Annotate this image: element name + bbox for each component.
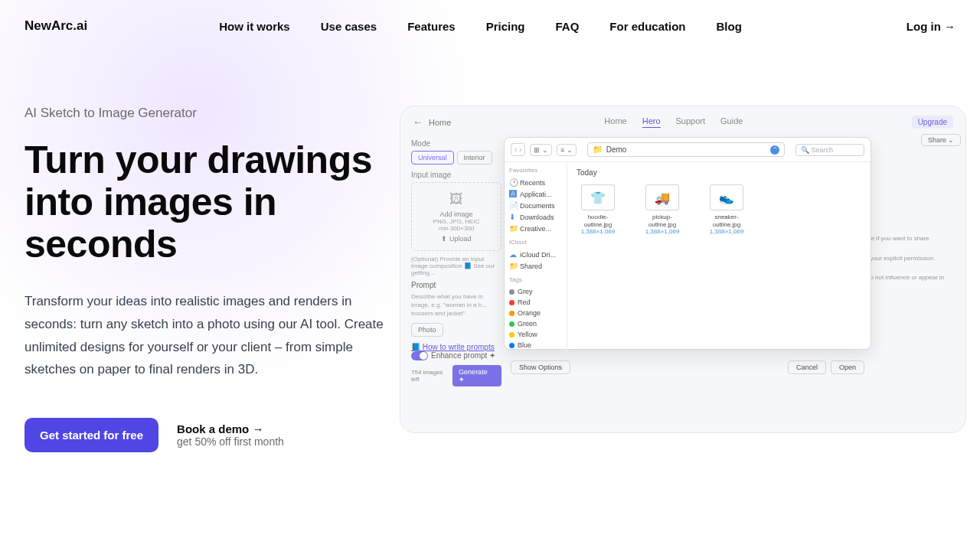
clock-icon: 🕐 bbox=[509, 178, 517, 187]
file-name: sneaker-outline.jpg bbox=[705, 214, 748, 228]
upload-dropzone: 🖼 Add image PNG, JPG, HEIC min 300×300 ⬆… bbox=[411, 182, 501, 251]
prompt-label: Prompt bbox=[411, 281, 501, 289]
hero-eyebrow: AI Sketch to Image Generator bbox=[24, 106, 384, 121]
folder-icon: 📁 bbox=[509, 224, 517, 233]
nav-use-cases[interactable]: Use cases bbox=[321, 20, 377, 33]
prompt-hint: Describe what you have in image, e.g. "w… bbox=[411, 292, 501, 318]
optional-text: (Optional) Provide an input image compos… bbox=[411, 256, 501, 276]
generate-button: Generate ✦ bbox=[452, 365, 501, 386]
folder-expand-icon: ⌃ bbox=[770, 145, 779, 155]
hero-description: Transform your ideas into realistic imag… bbox=[24, 290, 384, 381]
mode-interior: Interior bbox=[457, 151, 492, 165]
tag-green: Green bbox=[509, 318, 562, 329]
preview-tab-home: Home bbox=[604, 116, 626, 128]
cloud-icon: ☁ bbox=[509, 250, 517, 259]
pickup-thumbnail: 🚚 bbox=[645, 184, 679, 210]
home-breadcrumb: Home bbox=[429, 118, 451, 127]
sidebar-downloads: ⬇Downloads bbox=[509, 211, 562, 223]
file-sneaker: 👟 sneaker-outline.jpg 1,388×1,069 bbox=[705, 184, 748, 235]
demo-subtitle: get 50% off first month bbox=[177, 435, 284, 448]
get-started-button[interactable]: Get started for free bbox=[24, 418, 158, 452]
add-image-text: Add image bbox=[439, 210, 472, 218]
preview-tab-hero: Hero bbox=[642, 116, 661, 128]
hero-title: Turn your drawings into images in second… bbox=[24, 139, 384, 266]
document-icon: 📄 bbox=[509, 201, 517, 210]
download-icon: ⬇ bbox=[509, 213, 517, 221]
file-dims: 1,388×1,069 bbox=[710, 228, 744, 235]
image-icon: 🖼 bbox=[449, 191, 463, 207]
upload-link: ⬆ Upload bbox=[441, 235, 471, 243]
min-size-text: min 300×300 bbox=[439, 225, 474, 232]
photo-pill: Photo bbox=[411, 323, 443, 337]
sidebar-creative: 📁Creative... bbox=[509, 223, 562, 234]
how-to-prompts-link: 📘 How to write prompts bbox=[411, 343, 501, 351]
finder-nav-arrows: ‹ › bbox=[511, 143, 525, 156]
preview-right-text: hoice if you want to share out your expl… bbox=[860, 234, 952, 283]
shared-icon: 📁 bbox=[509, 262, 517, 270]
tag-yellow: Yellow bbox=[509, 329, 562, 340]
enhance-label: Enhance prompt ✦ bbox=[431, 351, 495, 360]
tag-blue: Blue bbox=[509, 340, 562, 350]
nav-how-it-works[interactable]: How it works bbox=[219, 20, 290, 33]
file-name: pickup-outline.jpg bbox=[641, 214, 684, 228]
mode-label: Mode bbox=[411, 139, 501, 148]
back-arrow-icon: ← bbox=[413, 116, 423, 128]
book-demo-link[interactable]: Book a demo → get 50% off first month bbox=[177, 422, 284, 448]
view-list-icon: ≡ ⌄ bbox=[557, 144, 577, 156]
hoodie-thumbnail: 👕 bbox=[581, 184, 615, 210]
open-button: Open bbox=[831, 360, 864, 374]
sidebar-recents: 🕐Recents bbox=[509, 177, 562, 188]
nav-features[interactable]: Features bbox=[407, 20, 456, 33]
app-preview: ← Home Home Hero Support Guide Upgrade S… bbox=[400, 106, 966, 433]
file-pickup: 🚚 pickup-outline.jpg 1,388×1,069 bbox=[641, 184, 684, 235]
images-left-text: 754 images left bbox=[411, 369, 452, 383]
input-image-label: Input image bbox=[411, 171, 501, 179]
favourites-header: Favourites bbox=[509, 167, 562, 174]
logo[interactable]: NewArc.ai bbox=[24, 18, 87, 34]
show-options-button: Show Options bbox=[511, 360, 570, 374]
sneaker-thumbnail: 👟 bbox=[710, 184, 743, 210]
file-dims: 1,388×1,069 bbox=[581, 228, 616, 235]
nav-education[interactable]: For education bbox=[609, 20, 685, 33]
nav-faq[interactable]: FAQ bbox=[556, 20, 580, 33]
finder-sidebar: Favourites 🕐Recents 🅰Applicati... 📄Docum… bbox=[505, 162, 567, 355]
app-icon: 🅰 bbox=[509, 190, 517, 198]
tag-orange: Orange bbox=[509, 308, 562, 318]
sidebar-applications: 🅰Applicati... bbox=[509, 188, 562, 200]
icloud-header: iCloud bbox=[509, 239, 562, 246]
enhance-toggle bbox=[411, 351, 428, 360]
sidebar-icloud-drive: ☁iCloud Dri... bbox=[509, 249, 562, 260]
upgrade-badge: Upgrade bbox=[912, 116, 953, 129]
finder-search: 🔍 Search bbox=[795, 144, 864, 156]
nav-blog[interactable]: Blog bbox=[717, 20, 742, 33]
mode-universal: Universal bbox=[411, 151, 454, 165]
tags-header: Tags bbox=[509, 276, 562, 283]
demo-title: Book a demo → bbox=[177, 422, 284, 435]
tag-grey: Grey bbox=[509, 286, 562, 297]
folder-icon: 📁 bbox=[593, 145, 603, 155]
preview-tab-guide: Guide bbox=[720, 116, 743, 128]
tag-red: Red bbox=[509, 297, 562, 308]
formats-text: PNG, JPG, HEIC bbox=[433, 218, 480, 225]
nav-pricing[interactable]: Pricing bbox=[486, 20, 525, 33]
folder-selector: 📁 Demo ⌃ bbox=[587, 142, 785, 157]
file-picker-dialog: ‹ › ⊞ ⌄ ≡ ⌄ 📁 Demo ⌃ 🔍 Search Favourites… bbox=[504, 137, 871, 350]
cancel-button: Cancel bbox=[788, 360, 826, 374]
file-dims: 1,388×1,069 bbox=[645, 228, 680, 235]
login-link[interactable]: Log in → bbox=[906, 20, 956, 33]
view-grid-icon: ⊞ ⌄ bbox=[530, 144, 552, 156]
file-hoodie: 👕 hoodie-outline.jpg 1,388×1,069 bbox=[577, 184, 619, 235]
sidebar-documents: 📄Documents bbox=[509, 200, 562, 211]
file-name: hoodie-outline.jpg bbox=[577, 214, 619, 228]
today-label: Today bbox=[577, 168, 861, 177]
sidebar-shared: 📁Shared bbox=[509, 260, 562, 272]
main-nav: How it works Use cases Features Pricing … bbox=[219, 20, 742, 33]
preview-tab-support: Support bbox=[676, 116, 706, 128]
